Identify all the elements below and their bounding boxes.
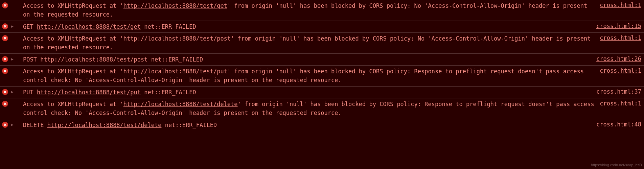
http-method: DELETE [23,122,44,128]
error-icon [2,23,8,29]
error-message: GET http://localhost:8888/test/get net::… [23,22,593,31]
error-message: POST http://localhost:8888/test/post net… [23,55,593,64]
source-link[interactable]: cross.html:1 [596,34,641,41]
devtools-console: Access to XMLHttpRequest at 'http://loca… [0,0,644,131]
source-link[interactable]: cross.html:15 [593,23,641,29]
request-url[interactable]: http://localhost:8888/test/get [37,23,141,30]
error-icon [2,122,8,128]
request-url[interactable]: http://localhost:8888/test/get [123,2,227,9]
source-link[interactable]: cross.html:37 [593,88,641,95]
error-message: Access to XMLHttpRequest at 'http://loca… [23,67,596,85]
console-error-row[interactable]: Access to XMLHttpRequest at 'http://loca… [0,32,644,53]
expand-icon[interactable]: ▶ [11,24,15,29]
http-method: POST [23,56,37,63]
request-url[interactable]: http://localhost:8888/test/delete [47,122,162,128]
error-icon [2,2,8,8]
console-error-row[interactable]: Access to XMLHttpRequest at 'http://loca… [0,65,644,86]
expand-icon[interactable]: ▶ [11,89,15,94]
console-error-row[interactable]: ▶ PUT http://localhost:8888/test/put net… [0,86,644,98]
console-error-row[interactable]: ▶ GET http://localhost:8888/test/get net… [0,21,644,32]
request-url[interactable]: http://localhost:8888/test/delete [123,101,238,107]
http-method: GET [23,23,33,30]
error-message: Access to XMLHttpRequest at 'http://loca… [23,100,596,118]
error-icon [2,101,8,107]
console-error-row[interactable]: ▶ DELETE http://localhost:8888/test/dele… [0,119,644,131]
source-link[interactable]: cross.html:26 [593,55,641,62]
request-url[interactable]: http://localhost:8888/test/put [37,89,141,96]
expand-icon[interactable]: ▶ [11,122,15,127]
source-link[interactable]: cross.html:1 [596,2,641,8]
source-link[interactable]: cross.html:1 [596,67,641,74]
watermark-text: https://blog.csdn.net/soap_hzD [591,163,642,167]
console-error-row[interactable]: ▶ POST http://localhost:8888/test/post n… [0,53,644,65]
error-icon [2,35,8,41]
error-message: Access to XMLHttpRequest at 'http://loca… [23,1,596,19]
error-message: PUT http://localhost:8888/test/put net::… [23,88,593,97]
error-icon [2,68,8,74]
error-icon [2,56,8,62]
request-url[interactable]: http://localhost:8888/test/put [123,68,227,75]
error-message: Access to XMLHttpRequest at 'http://loca… [23,34,596,52]
console-error-row[interactable]: Access to XMLHttpRequest at 'http://loca… [0,0,644,21]
http-method: PUT [23,89,33,96]
error-icon [2,89,8,95]
source-link[interactable]: cross.html:48 [593,121,641,128]
expand-icon[interactable]: ▶ [11,56,15,62]
console-error-row[interactable]: Access to XMLHttpRequest at 'http://loca… [0,98,644,119]
request-url[interactable]: http://localhost:8888/test/post [40,56,147,63]
error-message: DELETE http://localhost:8888/test/delete… [23,121,593,129]
request-url[interactable]: http://localhost:8888/test/post [123,35,231,42]
source-link[interactable]: cross.html:1 [596,100,641,107]
